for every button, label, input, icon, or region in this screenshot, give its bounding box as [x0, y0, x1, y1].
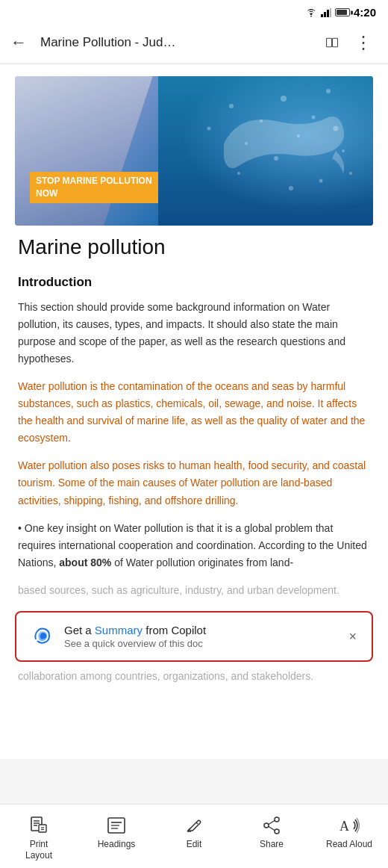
battery-icon [335, 8, 350, 16]
edit-label: Edit [187, 839, 202, 849]
svg-point-10 [326, 89, 331, 93]
wifi-icon [305, 8, 317, 17]
copilot-banner[interactable]: Get a Summary from Copilot See a quick o… [15, 611, 373, 662]
back-button[interactable]: ← [10, 30, 33, 55]
svg-rect-3 [330, 8, 331, 17]
svg-rect-26 [39, 825, 46, 832]
svg-rect-5 [333, 38, 338, 46]
edit-icon [184, 815, 204, 836]
read-aloud-icon: A [339, 815, 360, 836]
print-layout-icon [28, 815, 49, 836]
headings-icon [106, 815, 127, 836]
svg-point-37 [264, 823, 269, 828]
share-label: Share [260, 839, 284, 849]
toolbar-edit[interactable]: Edit [155, 810, 233, 865]
hero-image: STOP MARINE POLLUTION NOW [15, 76, 373, 226]
intro-para-2: Water pollution is the contamination of … [18, 378, 370, 447]
status-time: 4:20 [354, 6, 376, 19]
svg-point-16 [207, 127, 211, 131]
svg-rect-2 [327, 10, 329, 17]
copilot-text: Get a Summary from Copilot See a quick o… [64, 624, 337, 649]
document-body: Marine pollution Introduction This secti… [0, 226, 388, 611]
toolbar-print-layout[interactable]: Print Layout [0, 810, 78, 865]
print-layout-label: Print Layout [25, 839, 52, 861]
svg-rect-0 [321, 14, 323, 17]
read-aloud-label: Read Aloud [326, 839, 372, 849]
headings-label: Headings [98, 839, 136, 849]
document-main-title: Marine pollution [18, 235, 370, 260]
svg-text:A: A [340, 819, 349, 834]
immersive-reader-button[interactable] [322, 34, 342, 51]
after-banner-text: collaboration among countries, organizat… [0, 662, 388, 684]
document-title: Marine Pollution - Jud… [40, 35, 314, 50]
svg-rect-4 [327, 38, 332, 46]
intro-para-3: Water pollution also poses risks to huma… [18, 457, 370, 509]
copilot-logo-icon [28, 623, 55, 650]
copilot-sub-text: See a quick overview of this doc [64, 638, 337, 649]
svg-line-38 [269, 821, 275, 825]
signal-icon [321, 8, 331, 17]
intro-para-4-partial: based sources, such as agriculture, indu… [18, 582, 370, 599]
bottom-toolbar: Print Layout Headings Edit [0, 804, 388, 868]
section-introduction-title: Introduction [18, 275, 370, 290]
status-bar: 4:20 [0, 0, 388, 22]
toolbar-share[interactable]: Share [233, 810, 310, 865]
svg-rect-1 [324, 12, 326, 17]
share-icon [261, 815, 282, 836]
svg-point-35 [275, 817, 279, 822]
intro-para-1: This section should provide some backgro… [18, 299, 370, 368]
summary-link[interactable]: Summary [95, 624, 143, 636]
top-bar: ← Marine Pollution - Jud… ⋮ [0, 22, 388, 64]
toolbar-read-aloud[interactable]: A Read Aloud [310, 810, 388, 865]
more-options-button[interactable]: ⋮ [350, 29, 378, 56]
content-area: STOP MARINE POLLUTION NOW Marine polluti… [0, 64, 388, 759]
svg-point-36 [275, 829, 279, 834]
copilot-main-text: Get a Summary from Copilot [64, 624, 337, 636]
toolbar-headings[interactable]: Headings [78, 810, 155, 865]
svg-line-39 [269, 827, 275, 831]
status-icons: 4:20 [305, 6, 376, 19]
hero-tagline: STOP MARINE POLLUTION NOW [30, 172, 158, 203]
copilot-close-button[interactable]: × [345, 626, 360, 648]
intro-para-4: • One key insight on Water pollution is … [18, 520, 370, 571]
